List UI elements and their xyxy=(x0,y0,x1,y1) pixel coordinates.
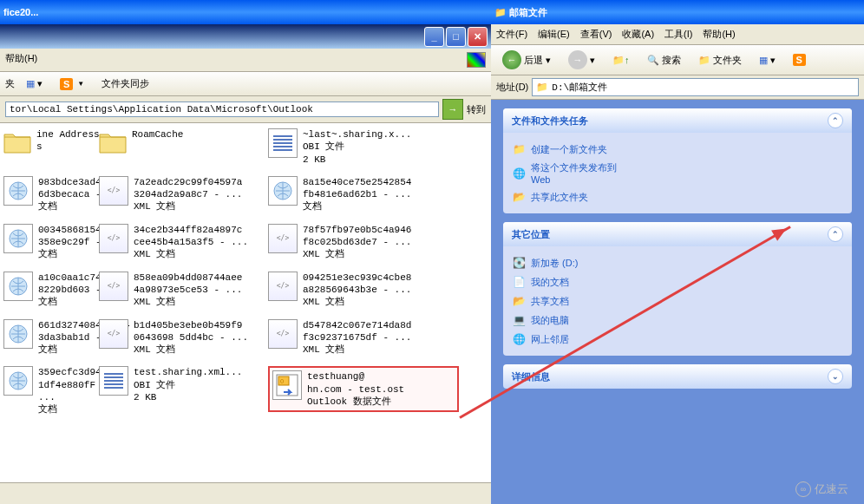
file-item[interactable]: 00345868154d8b6358e9c29f - ...文档 xyxy=(3,224,99,261)
address2-input[interactable]: 📁D:\邮箱文件 xyxy=(532,78,859,96)
min-button[interactable]: _ xyxy=(424,27,444,47)
left-edge: 夹 xyxy=(5,77,15,90)
task-icon: 💽 xyxy=(512,256,526,270)
chevron-icon: ⌄ xyxy=(828,369,843,384)
chevron-icon: ⌃ xyxy=(828,226,843,242)
task-link[interactable]: 💽新加卷 (D:) xyxy=(512,253,843,272)
task-icon: 📁 xyxy=(512,142,526,156)
left-menubar: 帮助(H) xyxy=(0,49,491,72)
fwd-button[interactable]: → ▾ xyxy=(562,48,601,72)
file-item[interactable]: </>b1d405be3ebe0b459f90643698 5dd4bc - .… xyxy=(99,319,268,357)
folder-icon: 📁 xyxy=(494,0,507,24)
s-button[interactable]: S▼ xyxy=(54,75,90,93)
file-item[interactable]: Otesthuang@hn.com - test.ostOutlook 数据文件 xyxy=(268,366,459,412)
right-menubar: 文件(F) 编辑(E) 查看(V) 收藏(A) 工具(I) 帮助(H) xyxy=(491,24,864,45)
task-link[interactable]: 📁创建一个新文件夹 xyxy=(512,140,843,159)
file-item[interactable]: </>78f57fb97e0b5c4a946f8c025bd63de7 - ..… xyxy=(268,224,450,261)
view-button[interactable]: ▦ ▾ xyxy=(20,75,49,92)
file-item[interactable]: test.sharing.xml...OBI 文件2 KB xyxy=(99,366,268,403)
left-addressbar: tor\Local Settings\Application Data\Micr… xyxy=(0,96,491,123)
file-item[interactable]: 8a15e40ce75e2542854fb481e6ad62b1 - ...文档 xyxy=(268,176,450,213)
file-item[interactable]: </>34ce2b344ff82a4897ccee45b4a15a3f5 - .… xyxy=(99,224,268,261)
address-input[interactable]: tor\Local Settings\Application Data\Micr… xyxy=(5,101,439,117)
task-link[interactable]: 🌐网上邻居 xyxy=(512,330,843,349)
file-item[interactable]: 359ecfc3d940b8d1df4e880fF - ...文档 xyxy=(3,366,99,416)
s2-button[interactable]: S xyxy=(787,51,812,69)
menu-view[interactable]: 查看(V) xyxy=(580,28,612,41)
view2-button[interactable]: ▦ ▾ xyxy=(753,52,782,69)
file-item[interactable]: RoamCache xyxy=(99,128,268,156)
task-icon: 📂 xyxy=(512,190,526,204)
task-panel: 文件和文件夹任务⌃📁创建一个新文件夹🌐将这个文件夹发布到Web📂共享此文件夹 xyxy=(503,108,852,213)
task-link[interactable]: 📂共享此文件夹 xyxy=(512,187,843,206)
file-view[interactable]: ine AddresssRoamCache~last~.sharing.x...… xyxy=(0,123,491,482)
task-panel: 详细信息⌄ xyxy=(503,364,852,389)
win-flag-icon xyxy=(467,52,486,68)
task-icon: 📂 xyxy=(512,294,526,308)
file-item[interactable]: ~last~.sharing.x...OBI 文件2 KB xyxy=(268,128,450,166)
go-button[interactable]: → xyxy=(442,99,463,120)
folders-button[interactable]: 📁文件夹 xyxy=(692,51,748,69)
task-link[interactable]: 📄我的文档 xyxy=(512,272,843,291)
file-item[interactable]: 661d3274084 6a943da3bab1d - ...文档 xyxy=(3,319,99,357)
task-icon: 🌐 xyxy=(512,332,526,346)
search-button[interactable]: 🔍搜索 xyxy=(641,51,687,69)
task-link[interactable]: 📂共享文档 xyxy=(512,291,843,311)
left-toolbar: 夹 ▦ ▾ S▼ 文件夹同步 xyxy=(0,72,491,96)
menu-fav[interactable]: 收藏(A) xyxy=(622,28,654,41)
menu-file[interactable]: 文件(F) xyxy=(496,28,527,41)
menu-tools[interactable]: 工具(I) xyxy=(664,28,692,41)
task-panel: 其它位置⌃💽新加卷 (D:)📄我的文档📂共享文档💻我的电脑🌐网上邻居 xyxy=(503,222,852,356)
task-icon: 🌐 xyxy=(512,167,526,180)
file-item[interactable]: a10c0aa1c742b0c8229bd603 - ...文档 xyxy=(3,272,99,309)
left-statusbar xyxy=(0,482,491,504)
right-toolbar: ←后退 ▾ → ▾ 📁↑ 🔍搜索 📁文件夹 ▦ ▾ S xyxy=(491,45,864,75)
file-item[interactable]: </>7a2eadc29c99f04597a3204ad2a9a8c7 - ..… xyxy=(99,176,268,213)
task-icon: 💻 xyxy=(512,313,526,327)
panel-header[interactable]: 详细信息⌄ xyxy=(503,364,852,389)
max-button[interactable]: □ xyxy=(446,27,466,47)
file-item[interactable]: </>858ea09b4dd08744aee4a98973e5ce53 - ..… xyxy=(99,272,268,309)
up-button[interactable]: 📁↑ xyxy=(606,52,636,69)
file-item[interactable]: 983bdce3ad4cb556d3becaca - ...文档 xyxy=(3,176,99,213)
sync-button[interactable]: 文件夹同步 xyxy=(95,75,155,93)
panel-header[interactable]: 文件和文件夹任务⌃ xyxy=(503,108,852,133)
file-item[interactable]: </>094251e3ec939c4cbe8a828569643b3e - ..… xyxy=(268,272,450,309)
task-link[interactable]: 🌐将这个文件夹发布到Web xyxy=(512,159,843,187)
go-label: 转到 xyxy=(467,103,486,116)
right-addressbar: 地址(D) 📁D:\邮箱文件 xyxy=(491,75,864,100)
task-icon: 📄 xyxy=(512,275,526,289)
right-titlebar: 📁 邮箱文件 xyxy=(491,0,864,24)
file-item[interactable]: </>d547842c067e714da8df3c92371675df - ..… xyxy=(268,319,450,357)
menu-help[interactable]: 帮助(H) xyxy=(5,52,37,68)
menu-help2[interactable]: 帮助(H) xyxy=(703,28,735,41)
menu-edit[interactable]: 编辑(E) xyxy=(538,28,570,41)
right-pos-titlebar: _ □ ✕ xyxy=(0,24,491,49)
back-button[interactable]: ←后退 ▾ xyxy=(496,48,557,72)
panel-header[interactable]: 其它位置⌃ xyxy=(503,222,852,246)
left-titlebar: fice20... xyxy=(0,0,491,24)
svg-text:O: O xyxy=(280,378,284,385)
task-link[interactable]: 💻我的电脑 xyxy=(512,311,843,330)
task-pane: 文件和文件夹任务⌃📁创建一个新文件夹🌐将这个文件夹发布到Web📂共享此文件夹其它… xyxy=(491,100,864,504)
file-item[interactable]: ine Addresss xyxy=(3,128,99,156)
chevron-icon: ⌃ xyxy=(828,113,843,128)
close-button[interactable]: ✕ xyxy=(468,27,488,47)
